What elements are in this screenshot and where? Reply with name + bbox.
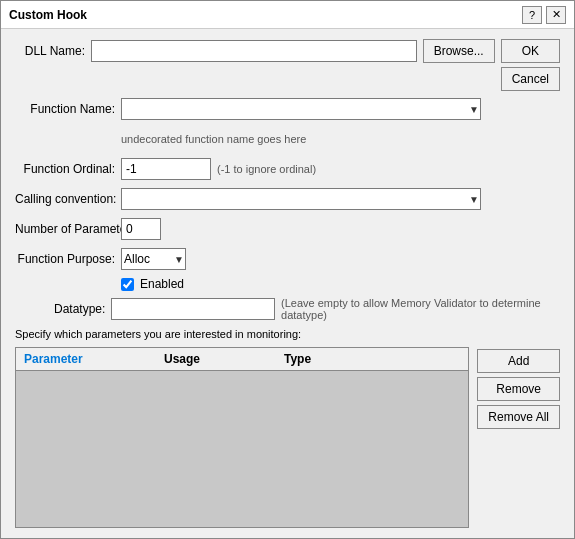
col-type-header: Type	[280, 350, 400, 368]
remove-button[interactable]: Remove	[477, 377, 560, 401]
function-ordinal-input[interactable]	[121, 158, 211, 180]
function-name-combo-wrapper: ▼	[121, 98, 481, 120]
calling-convention-row: Calling convention: ▼	[15, 187, 560, 211]
close-button[interactable]: ✕	[546, 6, 566, 24]
specify-text: Specify which parameters you are interes…	[15, 328, 301, 340]
function-name-label: Function Name:	[15, 102, 115, 116]
enabled-row: Enabled	[121, 277, 560, 291]
function-purpose-row: Function Purpose: Alloc Free Realloc Oth…	[15, 247, 560, 271]
datatype-hint: (Leave empty to allow Memory Validator t…	[281, 297, 560, 321]
calling-convention-label: Calling convention:	[15, 192, 115, 206]
remove-all-button[interactable]: Remove All	[477, 405, 560, 429]
function-name-hint: undecorated function name goes here	[121, 133, 306, 145]
specify-text-row: Specify which parameters you are interes…	[15, 327, 560, 341]
param-side-buttons: Add Remove Remove All	[477, 347, 560, 528]
dialog-window: Custom Hook ? ✕ DLL Name: Browse... OK C…	[0, 0, 575, 539]
param-table-body[interactable]	[16, 371, 468, 527]
function-name-row: Function Name: ▼	[15, 97, 560, 121]
function-purpose-select[interactable]: Alloc Free Realloc Other	[121, 248, 186, 270]
dll-label: DLL Name:	[15, 44, 85, 58]
dialog-body: DLL Name: Browse... OK Cancel Function N…	[1, 29, 574, 538]
function-ordinal-hint: (-1 to ignore ordinal)	[217, 163, 316, 175]
add-button[interactable]: Add	[477, 349, 560, 373]
function-purpose-label: Function Purpose:	[15, 252, 115, 266]
dll-row: DLL Name: Browse...	[15, 39, 495, 63]
num-params-row: Number of Parameters:	[15, 217, 560, 241]
browse-button[interactable]: Browse...	[423, 39, 495, 63]
ok-button[interactable]: OK	[501, 39, 560, 63]
param-table-header: Parameter Usage Type	[16, 348, 468, 371]
param-table-area: Parameter Usage Type Add Remove Remove A…	[15, 347, 560, 528]
title-bar: Custom Hook ? ✕	[1, 1, 574, 29]
datatype-input[interactable]	[111, 298, 275, 320]
dll-input[interactable]	[91, 40, 417, 62]
datatype-label: Datatype:	[15, 302, 105, 316]
num-params-label: Number of Parameters:	[15, 222, 115, 236]
calling-convention-combo-wrapper: ▼	[121, 188, 481, 210]
col-usage-header: Usage	[160, 350, 280, 368]
title-bar-right: ? ✕	[522, 6, 566, 24]
function-purpose-combo-wrapper: Alloc Free Realloc Other ▼	[121, 248, 186, 270]
cancel-button[interactable]: Cancel	[501, 67, 560, 91]
enabled-checkbox[interactable]	[121, 278, 134, 291]
param-table: Parameter Usage Type	[15, 347, 469, 528]
function-name-hint-row: undecorated function name goes here	[15, 127, 560, 151]
calling-convention-select[interactable]	[121, 188, 481, 210]
function-name-select[interactable]	[121, 98, 481, 120]
enabled-label: Enabled	[140, 277, 184, 291]
num-params-input[interactable]	[121, 218, 161, 240]
help-button[interactable]: ?	[522, 6, 542, 24]
col-parameter-header: Parameter	[20, 350, 160, 368]
title-bar-left: Custom Hook	[9, 8, 87, 22]
datatype-row: Datatype: (Leave empty to allow Memory V…	[15, 297, 560, 321]
function-ordinal-row: Function Ordinal: (-1 to ignore ordinal)	[15, 157, 560, 181]
function-ordinal-label: Function Ordinal:	[15, 162, 115, 176]
dialog-title: Custom Hook	[9, 8, 87, 22]
